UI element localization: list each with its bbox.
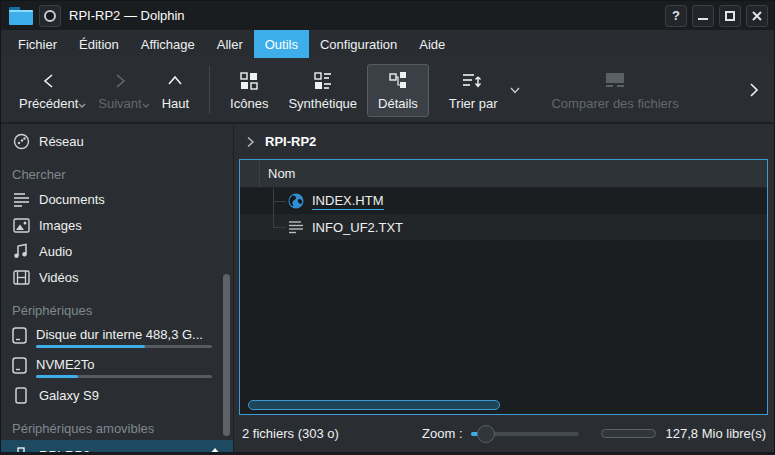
statusbar: 2 fichiers (303 o) Zoom : 127,8 Mio libr… [234, 415, 774, 452]
toolbar-overflow-button[interactable] [742, 82, 766, 98]
document-lines-icon [12, 190, 30, 208]
hard-drive-icon [12, 327, 27, 347]
toolbar: Précédent Suivant Haut Icônes [1, 58, 774, 124]
places-item-label: NVME2To [36, 357, 225, 373]
sort-icon [462, 70, 484, 92]
places-item-label: Réseau [39, 134, 84, 149]
sort-dropdown-caret-icon[interactable] [509, 87, 521, 94]
minimize-icon [698, 11, 708, 21]
free-space-label: 127,8 Mio libre(s) [666, 426, 766, 441]
file-count-summary: 2 fichiers (303 o) [242, 426, 339, 441]
compare-files-icon [603, 70, 627, 92]
back-button[interactable]: Précédent [9, 65, 88, 116]
zoom-slider[interactable] [471, 425, 579, 443]
compact-view-icon [313, 70, 333, 92]
eject-icon [207, 447, 223, 455]
menu-configuration[interactable]: Configuration [309, 30, 408, 58]
places-item-label: Galaxy S9 [39, 388, 99, 403]
chevron-left-icon [40, 70, 58, 92]
help-icon: ? [672, 8, 680, 23]
places-item-documents[interactable]: Documents [1, 186, 233, 212]
icons-view-icon [239, 70, 259, 92]
horizontal-scrollbar[interactable] [248, 400, 500, 410]
chevron-right-icon [111, 70, 129, 92]
eject-button[interactable] [207, 447, 223, 455]
places-item-galaxy-s9[interactable]: Galaxy S9 [1, 382, 233, 408]
details-view-icon [388, 70, 408, 92]
maximize-icon [725, 11, 735, 21]
dolphin-window: RPI-RP2 — Dolphin ? Fichier Édition Affi… [0, 0, 775, 455]
file-rows: INDEX.HTM INFO_UF2.TXT [240, 188, 767, 414]
sort-by-button[interactable]: Trier par [439, 65, 508, 116]
image-icon [12, 216, 30, 234]
folder-icon [9, 7, 33, 25]
network-icon [12, 132, 30, 150]
app-menu-button[interactable] [39, 5, 61, 27]
compare-files-button[interactable]: Comparer des fichiers [541, 65, 688, 116]
hard-drive-icon [12, 357, 27, 377]
menu-aller[interactable]: Aller [206, 30, 254, 58]
places-item-label: RPI-RP2 [39, 448, 90, 455]
places-item-disque-dur[interactable]: Disque dur interne 488,3 G... [1, 322, 233, 352]
icons-view-button[interactable]: Icônes [220, 65, 278, 116]
details-view-button[interactable]: Détails [367, 64, 429, 117]
usb-drive-icon [12, 446, 30, 455]
file-name[interactable]: INDEX.HTM [312, 193, 384, 210]
chevron-right-icon[interactable] [246, 136, 255, 148]
section-chercher: Chercher [1, 162, 233, 186]
tree-line [273, 227, 286, 228]
titlebar: RPI-RP2 — Dolphin ? [1, 1, 774, 30]
breadcrumb: RPI-RP2 [234, 124, 774, 159]
zoom-slider-handle[interactable] [477, 425, 495, 443]
places-item-label: Audio [39, 244, 72, 259]
smartphone-icon [12, 386, 30, 404]
help-button[interactable]: ? [665, 5, 687, 27]
file-row-info-uf2-txt[interactable]: INFO_UF2.TXT [240, 214, 767, 240]
sidebar-scrollbar[interactable] [223, 274, 230, 436]
places-item-rpi-rp2[interactable]: RPI-RP2 [1, 440, 233, 455]
places-item-reseau[interactable]: Réseau [1, 128, 233, 154]
maximize-button[interactable] [719, 5, 741, 27]
places-item-label: Documents [39, 192, 105, 207]
menu-aide[interactable]: Aide [408, 30, 456, 58]
text-file-icon [288, 219, 304, 235]
globe-icon [288, 193, 304, 209]
menu-fichier[interactable]: Fichier [7, 30, 68, 58]
dropdown-caret-icon [78, 103, 86, 108]
film-icon [12, 268, 30, 286]
minimize-button[interactable] [692, 5, 714, 27]
close-button[interactable] [746, 5, 768, 27]
chevron-up-icon [166, 70, 184, 92]
chevron-right-icon [748, 82, 760, 98]
file-view: Nom INDEX.HTM [239, 159, 768, 415]
file-name[interactable]: INFO_UF2.TXT [312, 220, 403, 235]
view-header: Nom [240, 160, 767, 188]
zoom-label: Zoom : [422, 426, 462, 441]
places-item-audio[interactable]: Audio [1, 238, 233, 264]
places-item-images[interactable]: Images [1, 212, 233, 238]
section-peripheriques: Périphériques [1, 298, 233, 322]
places-item-label: Vidéos [39, 270, 79, 285]
places-item-videos[interactable]: Vidéos [1, 264, 233, 290]
main-area: RPI-RP2 Nom [234, 124, 774, 452]
forward-button[interactable]: Suivant [88, 65, 151, 116]
breadcrumb-root[interactable]: RPI-RP2 [265, 134, 316, 149]
tree-line [273, 188, 274, 227]
gear-icon [44, 10, 56, 22]
menu-outils[interactable]: Outils [254, 30, 309, 58]
window-title: RPI-RP2 — Dolphin [69, 8, 185, 23]
menu-edition[interactable]: Édition [68, 30, 130, 58]
up-button[interactable]: Haut [152, 65, 199, 116]
file-row-index-htm[interactable]: INDEX.HTM [240, 188, 767, 214]
menu-affichage[interactable]: Affichage [130, 30, 206, 58]
places-item-label: Disque dur interne 488,3 G... [36, 327, 225, 343]
disk-usage-bar [36, 345, 212, 348]
compact-view-button[interactable]: Synthétique [278, 65, 367, 116]
dropdown-caret-icon [142, 103, 150, 108]
column-header-nom[interactable]: Nom [260, 166, 295, 181]
places-item-nvme2to[interactable]: NVME2To [1, 352, 233, 382]
section-peripheriques-amovibles: Périphériques amovibles [1, 416, 233, 440]
header-lead-cell [240, 160, 260, 187]
music-note-icon [12, 242, 30, 260]
disk-usage-bar [36, 375, 212, 378]
